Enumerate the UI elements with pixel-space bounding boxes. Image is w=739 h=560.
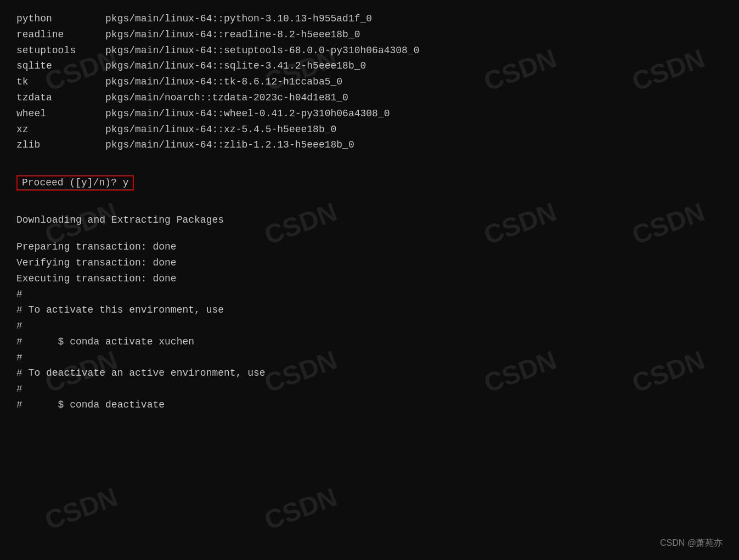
package-row: python pkgs/main/linux-64::python-3.10.1…: [16, 11, 723, 27]
preparing-line: Preparing transaction: done: [16, 239, 723, 255]
package-row: zlib pkgs/main/linux-64::zlib-1.2.13-h5e…: [16, 137, 723, 153]
watermark: CSDN: [261, 482, 341, 535]
executing-line: Executing transaction: done: [16, 271, 723, 287]
downloading-line: Downloading and Extracting Packages: [16, 212, 723, 228]
author-credit: CSDN @萧苑亦: [660, 538, 723, 549]
proceed-prompt-text: Proceed ([y]/n)? y: [22, 177, 128, 188]
hash-line-2: #: [16, 318, 723, 334]
activate-cmd: # $ conda activate xuchen: [16, 334, 723, 350]
proceed-prompt-container: Proceed ([y]/n)? y: [16, 164, 723, 201]
package-row: sqlite pkgs/main/linux-64::sqlite-3.41.2…: [16, 58, 723, 74]
watermark: CSDN: [41, 482, 122, 535]
hash-line-3: #: [16, 350, 723, 366]
hash-line-1: #: [16, 286, 723, 302]
deactivate-comment: # To deactivate an active environment, u…: [16, 365, 723, 381]
proceed-box: Proceed ([y]/n)? y: [16, 175, 134, 190]
terminal-window: python pkgs/main/linux-64::python-3.10.1…: [0, 0, 739, 424]
hash-line-4: #: [16, 381, 723, 397]
package-row: setuptools pkgs/main/linux-64::setuptool…: [16, 43, 723, 59]
package-row: xz pkgs/main/linux-64::xz-5.4.5-h5eee18b…: [16, 122, 723, 138]
package-list: python pkgs/main/linux-64::python-3.10.1…: [16, 11, 723, 153]
deactivate-cmd: # $ conda deactivate: [16, 397, 723, 413]
verifying-line: Verifying transaction: done: [16, 255, 723, 271]
package-row: readline pkgs/main/linux-64::readline-8.…: [16, 27, 723, 43]
package-row: tk pkgs/main/linux-64::tk-8.6.12-h1ccaba…: [16, 74, 723, 90]
package-row: wheel pkgs/main/linux-64::wheel-0.41.2-p…: [16, 106, 723, 122]
activate-comment: # To activate this environment, use: [16, 302, 723, 318]
package-row: tzdata pkgs/main/noarch::tzdata-2023c-h0…: [16, 90, 723, 106]
